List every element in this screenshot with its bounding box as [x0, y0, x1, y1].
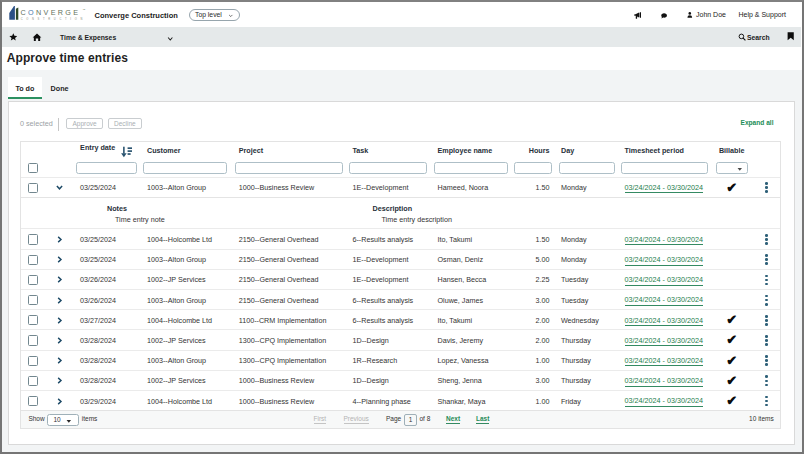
svg-text:CONSTRUCTION: CONSTRUCTION [21, 17, 86, 21]
svg-text:CONVERGE: CONVERGE [21, 8, 81, 17]
svg-text:™: ™ [83, 8, 86, 12]
